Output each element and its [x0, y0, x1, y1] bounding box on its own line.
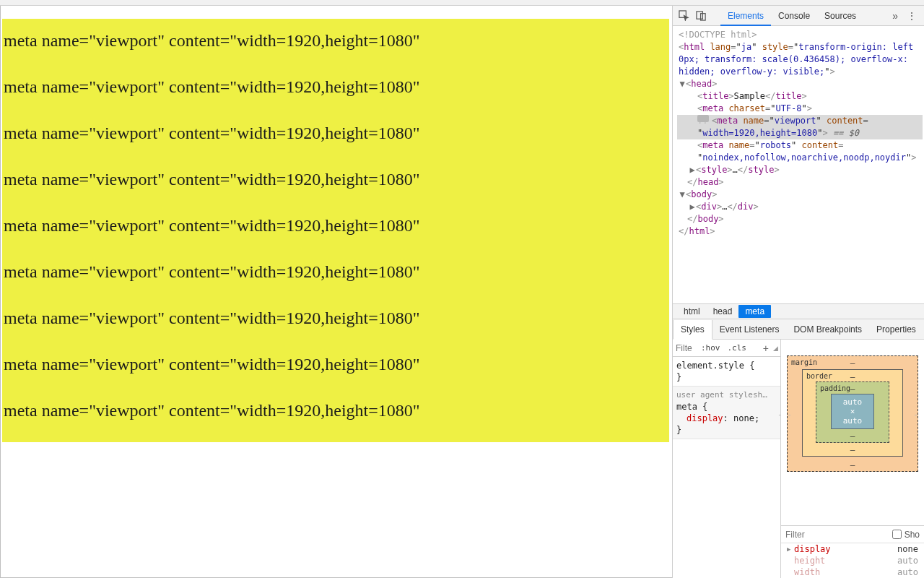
dom-html-close[interactable]: </html> — [677, 225, 923, 238]
crumb-html[interactable]: html — [677, 305, 707, 318]
computed-height-row[interactable]: heightauto — [781, 555, 924, 566]
breadcrumb: html head meta — [673, 303, 924, 319]
crumb-head[interactable]: head — [707, 305, 739, 318]
dom-style[interactable]: ▶<style>…</style> — [677, 164, 923, 176]
dom-html-open[interactable]: <html lang="ja" style="transform-origin:… — [677, 41, 923, 78]
styles-rules-pane: :hov .cls + ◢ element.style { } user age… — [673, 340, 781, 578]
dom-doctype[interactable]: <!DOCTYPE html> — [677, 29, 923, 41]
dom-tree[interactable]: <!DOCTYPE html> <html lang="ja" style="t… — [673, 26, 924, 303]
dom-title[interactable]: <title>Sample</title> — [677, 90, 923, 103]
content-line: meta name="viewport" content="width=1920… — [2, 204, 669, 250]
subtab-properties[interactable]: Properties — [869, 319, 923, 339]
dom-body-open[interactable]: ▼<body> — [677, 189, 923, 201]
styles-lower-split: :hov .cls + ◢ element.style { } user age… — [673, 340, 924, 578]
devtools-panel: Elements Console Sources » ⋮ <!DOCTYPE h… — [672, 6, 924, 578]
content-line: meta name="viewport" content="width=1920… — [2, 19, 669, 65]
styles-filter-input[interactable] — [673, 343, 697, 353]
more-tabs-icon[interactable]: » — [888, 10, 902, 22]
cls-toggle[interactable]: .cls — [724, 343, 751, 353]
main-layout: meta name="viewport" content="width=1920… — [0, 6, 924, 578]
dom-div[interactable]: ▶<div>…</div> — [677, 201, 923, 213]
content-highlight: meta name="viewport" content="width=1920… — [2, 19, 669, 442]
hov-toggle[interactable]: :hov — [697, 343, 724, 353]
subtab-styles[interactable]: Styles — [673, 320, 712, 340]
svg-rect-1 — [696, 12, 702, 19]
content-line: meta name="viewport" content="width=1920… — [2, 111, 669, 158]
kebab-menu-icon[interactable]: ⋮ — [902, 10, 920, 22]
panel-tabs: Elements Console Sources — [720, 6, 863, 25]
tab-sources[interactable]: Sources — [817, 6, 863, 25]
margin-label: margin — [791, 358, 817, 366]
dom-head-close[interactable]: </head> — [677, 176, 923, 189]
disclosure-triangle-icon[interactable]: ▶ — [689, 164, 696, 176]
computed-list: Sho ▶displaynone heightauto widthauto — [781, 525, 924, 578]
box-model-pane: margin – – - - - - border – – padding – — [781, 340, 924, 578]
page-content-pane: meta name="viewport" content="width=1920… — [0, 6, 672, 578]
show-all-checkbox[interactable]: Sho — [892, 530, 920, 540]
disclosure-triangle-icon[interactable]: ▶ — [787, 545, 794, 553]
subtab-event-listeners[interactable]: Event Listeners — [712, 319, 787, 339]
content-line: meta name="viewport" content="width=1920… — [2, 296, 669, 342]
selection-dots-icon: .. — [697, 115, 709, 122]
content-line: meta name="viewport" content="width=1920… — [2, 342, 669, 389]
rule-element-style[interactable]: element.style { } — [673, 357, 780, 387]
disclosure-triangle-icon[interactable]: ▼ — [679, 78, 686, 90]
content-line: meta name="viewport" content="width=1920… — [2, 250, 669, 296]
computed-filter-input[interactable] — [785, 530, 829, 540]
computed-width-row[interactable]: widthauto — [781, 566, 924, 578]
devtools-toolbar: Elements Console Sources » ⋮ — [673, 6, 924, 26]
tab-elements[interactable]: Elements — [720, 6, 771, 25]
dom-meta-charset[interactable]: <meta charset="UTF-8"> — [677, 103, 923, 115]
crumb-meta[interactable]: meta — [738, 305, 771, 318]
disclosure-triangle-icon[interactable]: ▶ — [689, 201, 696, 213]
new-rule-icon[interactable]: + — [759, 342, 773, 354]
inspect-icon[interactable] — [677, 9, 690, 22]
content-line: meta name="viewport" content="width=1920… — [2, 158, 669, 204]
disclosure-triangle-icon[interactable]: ▼ — [679, 189, 686, 201]
tab-console[interactable]: Console — [771, 6, 817, 25]
padding-label: padding — [820, 384, 850, 392]
box-model-diagram[interactable]: margin – – - - - - border – – padding – — [781, 340, 924, 525]
computed-filter-row: Sho — [781, 526, 924, 543]
window-top-strip — [0, 0, 924, 6]
dom-body-close[interactable]: </body> — [677, 213, 923, 225]
dom-head-open[interactable]: ▼<head> — [677, 78, 923, 90]
toolbar-overflow: » ⋮ — [888, 10, 920, 22]
content-line: meta name="viewport" content="width=1920… — [2, 389, 669, 435]
rule-user-agent[interactable]: user agent stylesh… meta { display: none… — [673, 387, 780, 439]
dom-meta-viewport-selected[interactable]: ..<meta name="viewport" content="width=1… — [677, 115, 923, 139]
styles-subtabs: Styles Event Listeners DOM Breakpoints P… — [673, 319, 924, 340]
corner-icon: ◢ — [773, 345, 780, 356]
box-content: auto × auto — [831, 394, 874, 429]
device-toggle-icon[interactable] — [694, 9, 707, 22]
dom-meta-robots[interactable]: <meta name="robots" content="noindex,nof… — [677, 139, 923, 164]
subtab-dom-breakpoints[interactable]: DOM Breakpoints — [786, 319, 869, 339]
computed-display-row[interactable]: ▶displaynone — [781, 543, 924, 555]
styles-filter-row: :hov .cls + ◢ — [673, 340, 780, 357]
content-line: meta name="viewport" content="width=1920… — [2, 65, 669, 111]
border-label: border — [806, 372, 832, 380]
